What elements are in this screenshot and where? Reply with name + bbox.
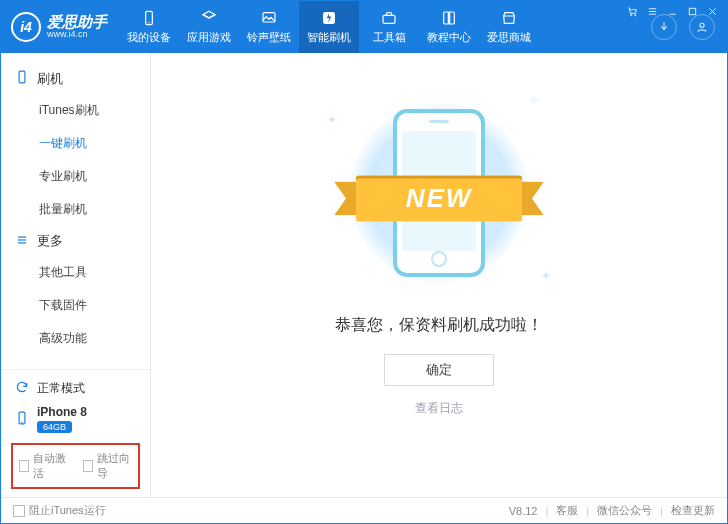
- nav-toolbox[interactable]: 工具箱: [359, 1, 419, 53]
- version-label: V8.12: [509, 505, 538, 517]
- user-icon[interactable]: [689, 14, 715, 40]
- sidebar-item-pro-flash[interactable]: 专业刷机: [1, 160, 150, 193]
- sidebar-item-oneclick-flash[interactable]: 一键刷机: [1, 127, 150, 160]
- group-label: 更多: [37, 232, 63, 250]
- image-icon: [259, 9, 279, 27]
- maximize-icon[interactable]: [686, 5, 698, 17]
- nav-tutorial[interactable]: 教程中心: [419, 1, 479, 53]
- sidebar-item-download-firmware[interactable]: 下载固件: [1, 289, 150, 322]
- checkbox-icon: [13, 505, 25, 517]
- sidebar-item-other-tools[interactable]: 其他工具: [1, 256, 150, 289]
- device-name: iPhone 8: [37, 405, 87, 419]
- nav-label: 爱思商城: [487, 30, 531, 45]
- primary-nav: 我的设备 应用游戏 铃声壁纸 智能刷机 工具箱 教程中心: [119, 1, 539, 53]
- device-info[interactable]: iPhone 8 64GB: [11, 401, 140, 437]
- nav-label: 智能刷机: [307, 30, 351, 45]
- nav-mall[interactable]: 爱思商城: [479, 1, 539, 53]
- logo-icon: i4: [11, 12, 41, 42]
- download-icon[interactable]: [651, 14, 677, 40]
- cart-icon[interactable]: [626, 5, 638, 17]
- svg-rect-13: [383, 15, 395, 23]
- list-icon: [15, 233, 29, 250]
- svg-point-14: [700, 23, 704, 27]
- sidebar-group-more[interactable]: 更多: [1, 226, 150, 256]
- auto-activate-checkbox[interactable]: 自动激活: [19, 451, 69, 481]
- success-illustration: ✦ ✧ ✦ NEW: [319, 93, 559, 293]
- main-content: ✦ ✧ ✦ NEW 恭喜您，保资料刷机成功啦！ 确定 查看日志: [151, 53, 727, 497]
- success-message: 恭喜您，保资料刷机成功啦！: [335, 315, 543, 336]
- apps-icon: [199, 9, 219, 27]
- new-ribbon: NEW: [334, 171, 544, 225]
- phone-icon: [139, 9, 159, 27]
- nav-my-device[interactable]: 我的设备: [119, 1, 179, 53]
- sidebar-item-itunes-flash[interactable]: iTunes刷机: [1, 94, 150, 127]
- sparkle-icon: ✦: [541, 269, 551, 283]
- nav-wallpaper[interactable]: 铃声壁纸: [239, 1, 299, 53]
- checkbox-label: 跳过向导: [97, 451, 132, 481]
- refresh-icon: [15, 380, 29, 397]
- minimize-icon[interactable]: [666, 5, 678, 17]
- device-phone-icon: [15, 410, 29, 429]
- close-icon[interactable]: [706, 5, 718, 17]
- highlighted-options: 自动激活 跳过向导: [11, 443, 140, 489]
- svg-rect-6: [689, 8, 695, 14]
- nav-apps[interactable]: 应用游戏: [179, 1, 239, 53]
- nav-label: 工具箱: [373, 30, 406, 45]
- app-title: 爱思助手: [47, 14, 107, 31]
- status-bar: 阻止iTunes运行 V8.12 | 客服 | 微信公众号 | 检查更新: [1, 497, 727, 523]
- skip-guide-checkbox[interactable]: 跳过向导: [83, 451, 133, 481]
- support-link[interactable]: 客服: [556, 503, 578, 518]
- shop-icon: [499, 9, 519, 27]
- flash-icon: [319, 9, 339, 27]
- sidebar-item-advanced[interactable]: 高级功能: [1, 322, 150, 355]
- phone-outline-icon: [15, 69, 29, 88]
- checkbox-icon: [83, 460, 93, 472]
- nav-label: 铃声壁纸: [247, 30, 291, 45]
- ribbon-label: NEW: [356, 175, 522, 221]
- check-update-link[interactable]: 检查更新: [671, 503, 715, 518]
- group-label: 刷机: [37, 70, 63, 88]
- svg-point-1: [634, 14, 635, 15]
- svg-rect-15: [19, 71, 25, 83]
- svg-point-0: [630, 14, 631, 15]
- sparkle-icon: ✦: [327, 113, 337, 127]
- app-url: www.i4.cn: [47, 30, 107, 40]
- toolbox-icon: [379, 9, 399, 27]
- view-log-link[interactable]: 查看日志: [415, 400, 463, 417]
- storage-badge: 64GB: [37, 421, 72, 433]
- nav-flash[interactable]: 智能刷机: [299, 1, 359, 53]
- sidebar-item-batch-flash[interactable]: 批量刷机: [1, 193, 150, 226]
- wechat-link[interactable]: 微信公众号: [597, 503, 652, 518]
- block-itunes-checkbox[interactable]: 阻止iTunes运行: [13, 503, 106, 518]
- sidebar-group-flash[interactable]: 刷机: [1, 63, 150, 94]
- nav-label: 应用游戏: [187, 30, 231, 45]
- mode-label: 正常模式: [37, 380, 85, 397]
- nav-label: 教程中心: [427, 30, 471, 45]
- book-icon: [439, 9, 459, 27]
- ok-button[interactable]: 确定: [384, 354, 494, 386]
- header: i4 爱思助手 www.i4.cn 我的设备 应用游戏 铃声壁纸 智能刷机: [1, 1, 727, 53]
- svg-rect-11: [263, 13, 275, 22]
- nav-label: 我的设备: [127, 30, 171, 45]
- device-mode[interactable]: 正常模式: [11, 376, 140, 401]
- menu-icon[interactable]: [646, 5, 658, 17]
- checkbox-label: 自动激活: [33, 451, 68, 481]
- sparkle-icon: ✧: [529, 93, 539, 107]
- checkbox-icon: [19, 460, 29, 472]
- app-logo: i4 爱思助手 www.i4.cn: [11, 12, 107, 42]
- sidebar: 刷机 iTunes刷机 一键刷机 专业刷机 批量刷机 更多 其他工具 下载固件 …: [1, 53, 151, 497]
- checkbox-label: 阻止iTunes运行: [29, 503, 106, 518]
